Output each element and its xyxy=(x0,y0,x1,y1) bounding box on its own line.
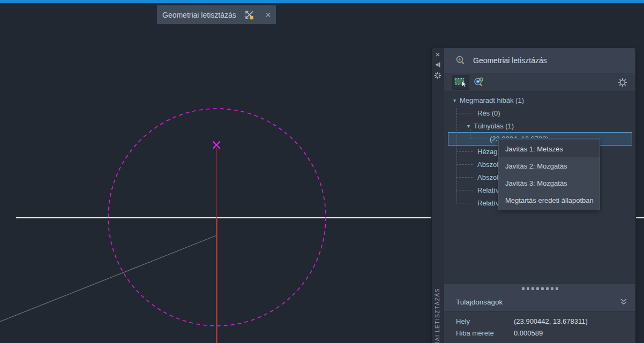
fix-context-menu: Javítás 1: Metszés Javítás 2: Mozgatás J… xyxy=(499,139,600,210)
palette-autohide-icon[interactable] xyxy=(432,60,444,70)
splitter-dot xyxy=(527,287,529,290)
select-errors-tool-button[interactable] xyxy=(453,75,469,89)
menu-item-fix3-move[interactable]: Javítás 3: Mozgatás xyxy=(499,174,600,192)
marquee-select-icon xyxy=(454,77,468,88)
palette-header: Geometriai letisztázás xyxy=(444,48,635,73)
tree-node-label: Relatív xyxy=(477,186,499,194)
palette-titlebar[interactable]: × GEOMETRIAI LETISZTÁZÁS xyxy=(432,48,444,343)
property-row-error-size: Hiba mérete 0.000589 xyxy=(444,327,635,339)
splitter-dot xyxy=(522,287,525,290)
expander-icon[interactable]: ▾ xyxy=(467,123,470,129)
palette-vertical-title: GEOMETRIAI LETISZTÁZÁS xyxy=(434,291,443,343)
palette-settings-gear-button[interactable] xyxy=(615,75,631,89)
palette-settings-icon[interactable] xyxy=(432,71,444,80)
tree-node-remaining-errors[interactable]: ▾ Megmaradt hibák (1) xyxy=(444,94,635,106)
splitter-dot xyxy=(551,287,553,290)
zoom-to-error-tool-button[interactable] xyxy=(471,75,487,89)
expander-icon[interactable]: ▾ xyxy=(453,97,456,103)
cleanup-crossing-arrows-icon xyxy=(244,10,256,20)
palette-title: Geometriai letisztázás xyxy=(473,56,547,65)
tree-node-label: Túlnyúlás (1) xyxy=(474,122,514,130)
menu-item-fix1-intersect[interactable]: Javítás 1: Metszés xyxy=(499,140,600,157)
menu-item-fix2-move[interactable]: Javítás 2: Mozgatás xyxy=(499,157,600,174)
tree-node-label: Relatív xyxy=(477,199,499,207)
chevron-double-down-icon[interactable] xyxy=(619,298,628,306)
palette-close-icon[interactable]: × xyxy=(432,49,444,59)
application-window: Geometriai letisztázás × × xyxy=(0,0,644,343)
splitter-dot xyxy=(546,287,549,290)
tree-node-label: Rés (0) xyxy=(477,109,500,117)
panel-splitter-handle[interactable] xyxy=(444,284,635,293)
property-row-location: Hely (23.900442, 13.678311) xyxy=(444,315,635,327)
gear-icon xyxy=(617,77,628,88)
property-value: (23.900442, 13.678311) xyxy=(514,317,588,325)
tree-node-overshoot[interactable]: ▾ Túlnyúlás (1) xyxy=(444,119,635,132)
zoom-error-icon xyxy=(472,77,486,88)
cleanup-tab-close-icon[interactable]: × xyxy=(265,10,271,20)
property-label: Hely xyxy=(456,317,514,325)
splitter-dot xyxy=(541,287,544,290)
cleanup-command-tab[interactable]: Geometriai letisztázás × xyxy=(157,5,276,24)
tree-node-label: Megmaradt hibák (1) xyxy=(460,96,524,104)
error-marker-icon[interactable] xyxy=(213,142,220,149)
palette-toolbar xyxy=(444,73,635,92)
properties-header[interactable]: Tulajdonságok xyxy=(444,293,635,311)
property-value: 0.000589 xyxy=(514,329,543,337)
properties-grid: Hely (23.900442, 13.678311) Hiba mérete … xyxy=(444,311,635,343)
properties-title: Tulajdonságok xyxy=(456,298,619,306)
cleanup-tab-label: Geometriai letisztázás xyxy=(162,11,236,19)
splitter-dot xyxy=(556,287,558,290)
menu-item-keep-original[interactable]: Megtartás eredeti állapotban xyxy=(499,192,600,209)
splitter-dot xyxy=(536,287,539,290)
property-label: Hiba mérete xyxy=(456,329,514,337)
magnifier-plus-icon xyxy=(455,55,466,66)
tree-node-gap[interactable]: Rés (0) xyxy=(444,106,635,119)
segment-line[interactable] xyxy=(0,235,216,322)
tree-node-label: Hézag ( xyxy=(477,148,502,156)
splitter-dot xyxy=(531,287,534,290)
